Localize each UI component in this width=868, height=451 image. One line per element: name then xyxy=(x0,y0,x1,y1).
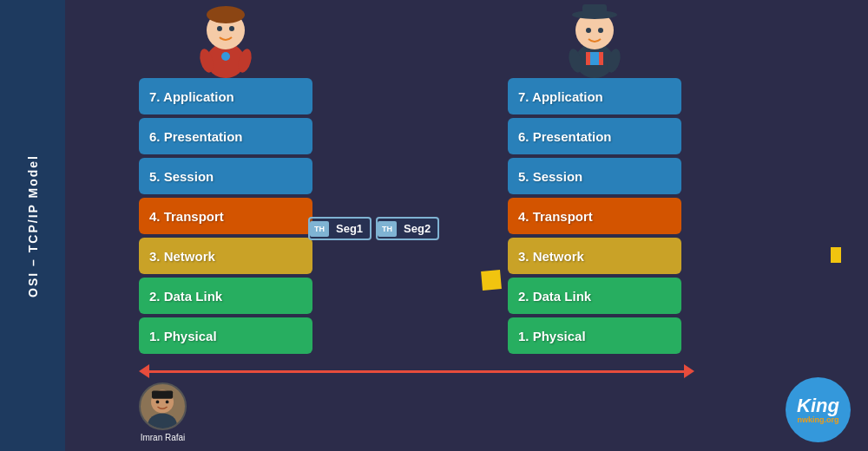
svg-point-4 xyxy=(229,26,234,31)
bidirectional-arrow xyxy=(139,363,694,380)
king-logo: King nwking.org xyxy=(786,377,851,442)
left-layer-1: 7. Application xyxy=(139,78,312,114)
right-layer-1: 7. Application xyxy=(508,78,681,114)
arrow-left-head xyxy=(139,364,149,378)
segment-th-2: TH xyxy=(378,221,397,237)
right-layer-3: 5. Session xyxy=(508,158,681,194)
right-layer-6: 2. Data Link xyxy=(508,278,681,314)
left-character-container xyxy=(139,4,312,78)
left-layer-7: 1. Physical xyxy=(139,317,312,354)
segment-th-1: TH xyxy=(310,221,329,237)
segment-box-1: THSeg1 xyxy=(308,217,372,240)
main-container: OSI – TCP/IP Model xyxy=(0,0,868,451)
segment-label-2: Seg2 xyxy=(397,219,437,239)
king-logo-subtext: nwking.org xyxy=(798,415,839,424)
svg-point-13 xyxy=(598,28,603,33)
right-layer-7: 1. Physical xyxy=(508,317,681,354)
left-layer-3: 5. Session xyxy=(139,158,312,194)
arrow-right-head xyxy=(684,364,694,378)
avatar-name: Imran Rafai xyxy=(141,433,186,442)
svg-point-19 xyxy=(148,413,176,430)
right-layer-2: 6. Presentation xyxy=(508,118,681,154)
svg-rect-21 xyxy=(152,390,173,398)
king-logo-text: King xyxy=(797,396,839,415)
svg-point-22 xyxy=(156,401,160,404)
svg-point-12 xyxy=(586,28,591,33)
sticky-note-left xyxy=(481,270,502,291)
sticky-note-right xyxy=(831,247,841,263)
svg-point-3 xyxy=(217,26,222,31)
svg-rect-15 xyxy=(590,52,599,65)
sidebar: OSI – TCP/IP Model xyxy=(0,0,65,451)
right-character xyxy=(560,4,629,78)
avatar xyxy=(139,382,187,430)
content-area: 7. Application6. Presentation5. Session4… xyxy=(65,0,868,451)
left-layer-2: 6. Presentation xyxy=(139,118,312,154)
right-layer-5: 3. Network xyxy=(508,238,681,274)
svg-point-23 xyxy=(166,401,169,404)
svg-point-5 xyxy=(221,52,230,61)
left-layer-6: 2. Data Link xyxy=(139,278,312,314)
left-layer-4: 4. Transport xyxy=(139,198,312,234)
right-layer-4: 4. Transport xyxy=(508,198,681,234)
right-character-container xyxy=(508,4,681,78)
svg-rect-11 xyxy=(582,4,607,16)
arrow-line xyxy=(149,370,684,373)
left-character xyxy=(191,4,260,78)
right-layer-column: 7. Application6. Presentation5. Session4… xyxy=(508,78,681,357)
sidebar-title: OSI – TCP/IP Model xyxy=(26,154,40,297)
segment-box-2: THSeg2 xyxy=(376,217,439,240)
left-layer-column: 7. Application6. Presentation5. Session4… xyxy=(139,78,312,357)
segment-label-1: Seg1 xyxy=(329,219,370,239)
segments-row: THSeg1THSeg2 xyxy=(308,217,439,240)
avatar-image xyxy=(141,382,185,430)
svg-point-2 xyxy=(207,6,245,23)
left-layer-5: 3. Network xyxy=(139,238,312,274)
avatar-section: Imran Rafai xyxy=(139,382,187,442)
